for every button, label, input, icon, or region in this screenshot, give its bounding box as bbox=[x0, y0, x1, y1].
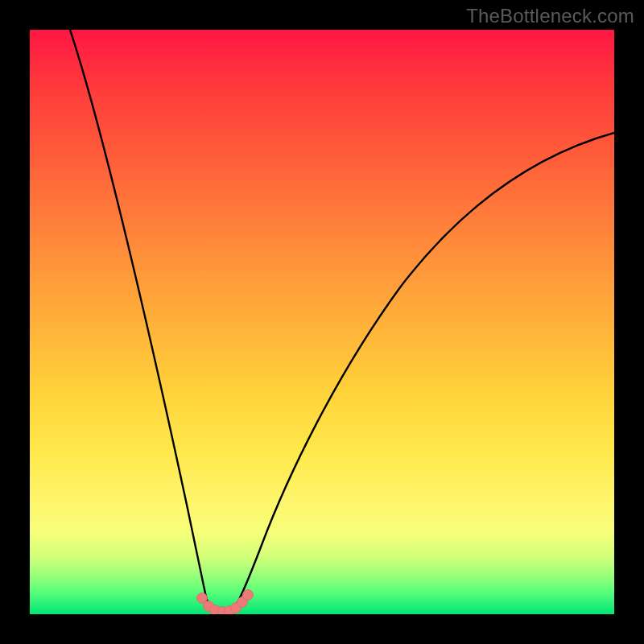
bottleneck-curve bbox=[30, 30, 614, 614]
curve-right-branch bbox=[234, 133, 614, 609]
chart-frame: TheBottleneck.com bbox=[0, 0, 644, 644]
curve-left-branch bbox=[70, 30, 210, 609]
chart-plot-area bbox=[30, 30, 614, 614]
valley-marker bbox=[243, 590, 254, 601]
watermark-text: TheBottleneck.com bbox=[466, 5, 634, 27]
